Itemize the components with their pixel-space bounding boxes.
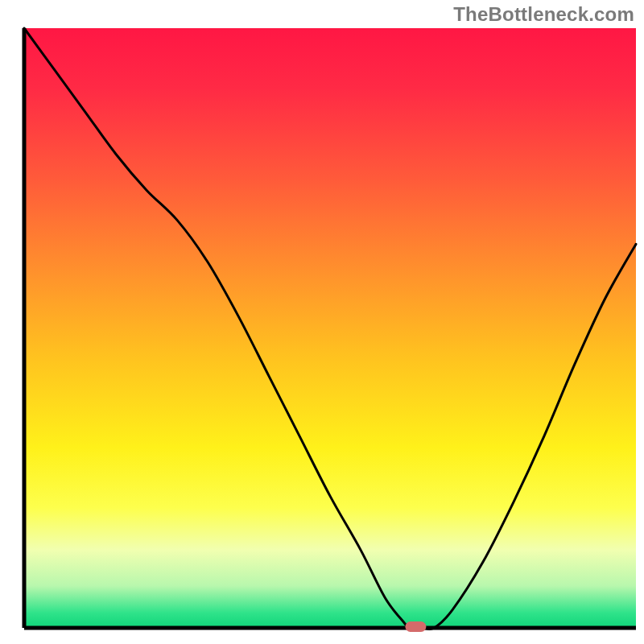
bottleneck-chart xyxy=(0,0,644,644)
watermark-text: TheBottleneck.com xyxy=(453,3,634,26)
chart-frame: TheBottleneck.com xyxy=(0,0,644,644)
optimal-marker xyxy=(405,621,426,632)
plot-background xyxy=(24,28,636,628)
